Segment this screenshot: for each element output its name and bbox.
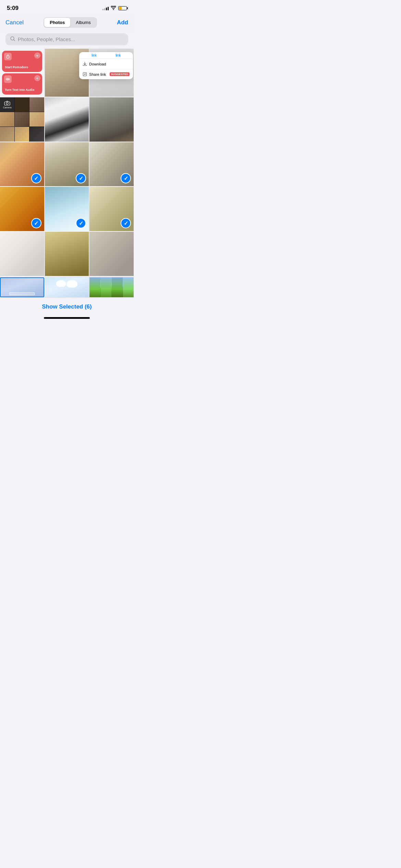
camera-icon [4,101,10,106]
waveform-icon [4,75,12,83]
thumbnail-strip [0,277,134,298]
row-1: Camera [0,97,134,142]
strip-item-3[interactable] [89,277,134,297]
add-shortcut-icon[interactable]: + [34,52,40,59]
suggested-badge: SUGGESTED [110,72,130,76]
download-popup: link link Download Share link SUGGESTED [79,52,133,79]
popup-link-bar: link link [79,52,133,59]
battery-icon [118,6,127,10]
row-4 [0,232,134,276]
camera-button[interactable]: Camera [0,97,14,112]
turn-text-audio-label: Turn Text Into Audio [5,88,39,92]
home-bar [44,317,90,319]
start-pomodoro-label: Start Pomodoro [5,65,39,69]
tab-segment[interactable]: Photos Albums [44,17,97,28]
share-link-icon [83,72,87,76]
mini-photo-2 [29,97,44,112]
check-kittens: ✓ [31,173,41,183]
show-selected-button[interactable]: Show Selected (6) [42,303,92,310]
cancel-button[interactable]: Cancel [5,19,24,26]
mini-photo-8 [29,127,44,141]
turn-text-audio-card[interactable]: + Turn Text Into Audio [2,73,42,95]
mini-photo-5 [29,112,44,126]
nav-bar: Cancel Photos Albums Add [0,14,134,32]
row-2: ✓ ✓ ✓ [0,142,134,186]
download-icon [83,62,87,66]
camera-label: Camera [3,106,12,109]
photo-yawning-cat[interactable] [45,97,89,142]
photo-butterfly-cat[interactable]: ✓ [45,187,89,231]
mini-photo-3 [0,112,14,126]
dropdown-popup-cell: link link Download Share link SUGGESTED [89,49,134,97]
status-icons [102,5,127,11]
photo-kittens[interactable]: ✓ [0,142,44,186]
svg-point-4 [6,103,8,105]
download-item[interactable]: Download [79,59,133,69]
photo-window-cat[interactable]: ✓ [45,142,89,186]
popup-link1: link [92,53,97,57]
tab-albums[interactable]: Albums [70,18,96,27]
photo-sleeping-cats[interactable] [89,97,134,142]
status-bar: 5:09 [0,0,134,14]
top-row: + Start Pomodoro + Turn Text Into Audio … [0,49,134,97]
signal-icon [102,6,109,10]
tab-photos[interactable]: Photos [44,18,70,27]
add-button[interactable]: Add [117,19,128,26]
photo-orange-cat[interactable]: ✓ [0,187,44,231]
photo-sofa-cat[interactable]: ✓ [89,187,134,231]
wifi-icon [111,5,116,11]
home-indicator [0,314,134,324]
strip-item-1[interactable] [0,277,44,297]
timer-icon [4,53,12,60]
start-pomodoro-card[interactable]: + Start Pomodoro [2,51,42,72]
share-link-label: Share link [89,72,106,76]
search-bar-wrap: Photos, People, Places... [0,32,134,49]
search-bar[interactable]: Photos, People, Places... [5,33,128,45]
mini-photo-6 [0,127,14,141]
check-orange-cat: ✓ [31,218,41,228]
show-selected-bar: Show Selected (6) [0,298,134,314]
search-icon [10,36,15,42]
mini-photo-1 [15,97,29,112]
check-sofa-cat: ✓ [121,218,131,228]
popup-link2: link [116,53,121,57]
photo-white-cat[interactable] [0,232,44,276]
photo-striped-cat[interactable] [45,232,89,276]
photo-tabby-face[interactable]: ✓ [89,142,134,186]
photo-collar-cat[interactable] [89,232,134,276]
strip-item-2[interactable] [45,277,89,297]
mini-photo-4 [15,112,29,126]
shortcuts-column: + Start Pomodoro + Turn Text Into Audio [0,49,44,97]
camera-grid-cell[interactable]: Camera [0,97,44,142]
download-label: Download [89,62,106,66]
search-placeholder: Photos, People, Places... [18,36,75,42]
share-link-item[interactable]: Share link SUGGESTED [79,69,133,79]
add-shortcut2-icon[interactable]: + [34,75,40,81]
mini-photo-7 [15,127,29,141]
status-time: 5:09 [7,5,19,12]
row-3: ✓ ✓ ✓ [0,187,134,231]
